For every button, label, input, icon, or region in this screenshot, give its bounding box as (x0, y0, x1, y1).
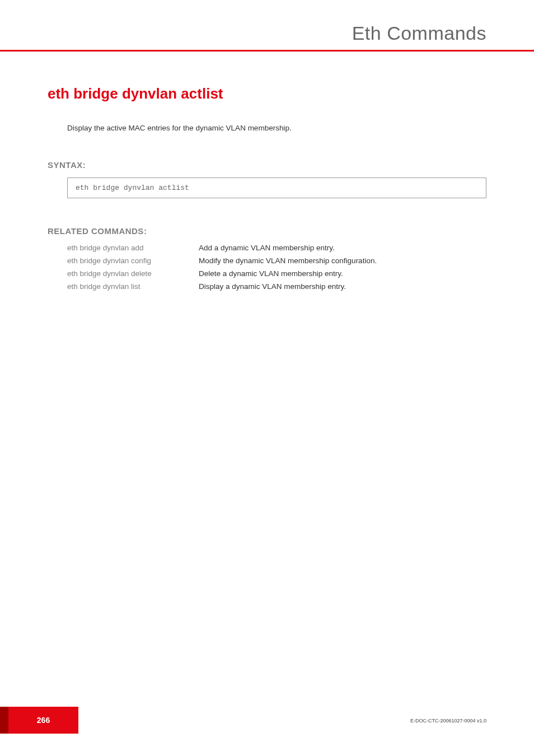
syntax-label: SYNTAX: (48, 160, 486, 170)
page-container: Eth Commands eth bridge dynvlan actlist … (0, 0, 534, 756)
running-head: Eth Commands (48, 22, 486, 44)
page-number-tab: 266 (0, 707, 78, 734)
related-command-name: eth bridge dynvlan add (67, 244, 199, 252)
related-command-name: eth bridge dynvlan list (67, 282, 199, 291)
page-title: eth bridge dynvlan actlist (48, 85, 486, 102)
tab-dark-strip (0, 707, 8, 734)
related-row: eth bridge dynvlan config Modify the dyn… (67, 256, 486, 265)
tab-bright-strip: 266 (8, 707, 78, 734)
header-rule (0, 50, 534, 52)
related-command-desc: Delete a dynamic VLAN membership entry. (199, 269, 343, 278)
related-command-name: eth bridge dynvlan delete (67, 269, 199, 278)
related-row: eth bridge dynvlan add Add a dynamic VLA… (67, 244, 486, 252)
page-number: 266 (37, 716, 50, 725)
footer-docid: E-DOC-CTC-20061027-0004 v1.0 (410, 718, 486, 724)
related-command-desc: Modify the dynamic VLAN membership confi… (199, 256, 377, 265)
syntax-code-box: eth bridge dynvlan actlist (67, 178, 486, 198)
related-row: eth bridge dynvlan delete Delete a dynam… (67, 269, 486, 278)
related-commands-label: RELATED COMMANDS: (48, 226, 486, 236)
related-commands-table: eth bridge dynvlan add Add a dynamic VLA… (67, 244, 486, 291)
related-command-desc: Display a dynamic VLAN membership entry. (199, 282, 346, 291)
related-row: eth bridge dynvlan list Display a dynami… (67, 282, 486, 291)
related-command-desc: Add a dynamic VLAN membership entry. (199, 244, 335, 252)
related-command-name: eth bridge dynvlan config (67, 256, 199, 265)
intro-text: Display the active MAC entries for the d… (67, 124, 486, 132)
